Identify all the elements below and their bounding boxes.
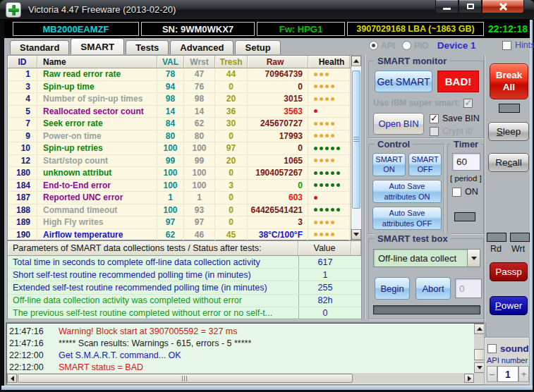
health-dot-icon (325, 233, 329, 236)
params-table-row[interactable]: Total time in seconds to complete off-li… (8, 256, 361, 269)
minimize-button[interactable] (435, 0, 459, 13)
attr-table-row[interactable]: 9Power-on time8080017993 (8, 130, 361, 143)
attr-scrollbar[interactable] (351, 55, 362, 240)
timer-period-input[interactable] (452, 153, 480, 171)
attr-table-row[interactable]: 190Airflow temperature62464538°C/100°F (8, 229, 361, 242)
attr-table-row[interactable]: 10Spin-up retries100100970 (8, 142, 361, 155)
spin-minus-button[interactable]: – (487, 366, 497, 382)
health-dot-icon (320, 73, 323, 76)
attr-scroll-thumb[interactable] (352, 71, 360, 209)
test-select[interactable]: Off-line data collect (373, 249, 480, 267)
attr-table-row[interactable]: 7Seek error rate846230245670727 (8, 118, 361, 130)
pio-radio[interactable] (402, 41, 411, 50)
attr-cell-val: 14 (157, 106, 184, 118)
tab-standard[interactable]: Standard (10, 40, 69, 54)
log-vscrollbar[interactable] (474, 324, 485, 373)
tab-setup[interactable]: Setup (235, 40, 280, 54)
health-dot-icon (314, 221, 317, 224)
power-button[interactable]: Power (490, 296, 528, 315)
attr-table-row[interactable]: 180unknown attribut10010001904057267 (8, 167, 361, 180)
params-table-row[interactable]: Short self-test routine recommended poll… (8, 269, 361, 281)
attr-table-row[interactable]: 187Reported UNC error110603 (8, 192, 361, 204)
tab-advanced[interactable]: Advanced (170, 40, 233, 54)
attr-cell-tresh: 44 (215, 68, 248, 80)
titlebar[interactable]: Victoria 4.47 Freeware (2013-02-20) (0, 0, 534, 20)
tab-smart[interactable]: SMART (71, 38, 124, 54)
passp-button[interactable]: Passp (490, 262, 528, 281)
health-dot-icon (325, 97, 329, 101)
timer-group: Timer [ period ] ON (447, 144, 484, 234)
save-bin-checkbox[interactable] (430, 114, 439, 123)
attr-cell-val: 100 (157, 204, 184, 216)
attr-table-row[interactable]: 184End-to-End error10010030 (8, 180, 361, 192)
panel-divider (364, 55, 365, 319)
log-scroll-right-button[interactable] (464, 374, 474, 383)
smart-off-button[interactable]: SMART OFF (408, 153, 442, 176)
crypt-checkbox[interactable] (430, 127, 439, 136)
autosave-on-button[interactable]: Auto Save attributes ON (372, 180, 442, 203)
close-button[interactable] (482, 0, 524, 13)
timer-group-title: Timer (451, 139, 481, 149)
health-dot-icon (320, 134, 323, 137)
ibm-smart-checkbox[interactable] (463, 99, 473, 108)
param-value: 255 (298, 281, 351, 293)
param-value: 617 (298, 256, 351, 268)
log-hscroll-thumb[interactable] (18, 374, 353, 383)
params-table-row[interactable]: The previous self-test routine completed… (8, 307, 361, 320)
health-dot-icon (320, 159, 323, 162)
recall-button[interactable]: Recall (488, 153, 529, 172)
log-panel: 21:47:16Warning! Block start at 39070055… (6, 322, 486, 385)
abort-button[interactable]: Abort (415, 277, 451, 300)
sound-label: sound (500, 343, 529, 354)
log-scroll-left-button[interactable] (7, 374, 17, 383)
dropdown-button[interactable] (467, 250, 480, 267)
timer-on-checkbox[interactable] (452, 188, 461, 197)
log-hscrollbar[interactable] (7, 373, 474, 384)
get-smart-button[interactable]: Get SMART (375, 71, 432, 92)
api-radio[interactable] (369, 41, 378, 50)
capacity-display: 3907029168 LBA (~1863 GB) (347, 22, 484, 36)
params-table-row[interactable]: Extended self-test routine recommended p… (8, 281, 361, 294)
spin-plus-button[interactable]: + (518, 366, 529, 382)
open-bin-button[interactable]: Open BIN (373, 113, 424, 135)
maximize-button[interactable] (459, 0, 482, 13)
tab-tests[interactable]: Tests (126, 40, 169, 54)
begin-button[interactable]: Begin (375, 277, 410, 300)
attr-table-row[interactable]: 189High Fly writes979703 (8, 216, 361, 229)
log-body: 21:47:16Warning! Block start at 39070055… (6, 323, 485, 373)
attr-table-row[interactable]: 188Command timeout10093064426541421 (8, 204, 361, 217)
params-table-row[interactable]: Off-line data collection activity was co… (8, 295, 361, 307)
health-dot-icon (331, 147, 334, 150)
attr-cell-name: Spin-up retries (37, 142, 157, 154)
log-scroll-up-button[interactable] (474, 324, 485, 334)
smart-on-button[interactable]: SMART ON (372, 153, 406, 176)
attr-cell-name: Spin-up time (37, 81, 157, 93)
attr-table-row[interactable]: 3Spin-up time947600 (8, 81, 361, 94)
hints-checkbox[interactable] (502, 41, 511, 50)
attr-cell-wrst: 100 (184, 142, 215, 154)
attr-scroll-up-button[interactable] (351, 56, 361, 66)
attr-header-wrst: Wrst (184, 56, 215, 68)
sleep-button[interactable]: Sleep (488, 122, 529, 141)
attr-table-row[interactable]: 1Raw read error rate78474470964739 (8, 68, 361, 81)
attr-table-row[interactable]: 4Number of spin-up times9898203015 (8, 93, 361, 106)
attr-table: IDNameVALWrstTreshRawHealth 1Raw read er… (7, 55, 362, 240)
params-header-value: Value (298, 241, 351, 255)
health-dot-icon (320, 221, 323, 224)
test-counter-input[interactable] (455, 278, 482, 298)
health-dot-icon (325, 221, 329, 224)
attr-scroll-down-button[interactable] (351, 229, 361, 240)
log-scroll-down-button[interactable] (474, 362, 485, 373)
log-vscroll-thumb[interactable] (474, 349, 485, 360)
attr-table-row[interactable]: 12Start/stop count9999201065 (8, 155, 361, 168)
autosave-off-button[interactable]: Auto Save attributes OFF (372, 207, 442, 230)
break-all-button[interactable]: Break All (490, 63, 528, 99)
attr-cell-wrst: 80 (184, 130, 215, 142)
attr-cell-name: Number of spin-up times (37, 93, 157, 105)
sound-checkbox[interactable] (487, 344, 497, 353)
attr-cell-id: 1 (8, 68, 37, 80)
attr-table-row[interactable]: 5Reallocated sector count1414363563 (8, 106, 361, 118)
param-label: Total time in seconds to complete off-li… (8, 256, 298, 268)
attr-cell-name: Command timeout (37, 204, 157, 216)
attr-cell-id: 10 (8, 142, 37, 154)
